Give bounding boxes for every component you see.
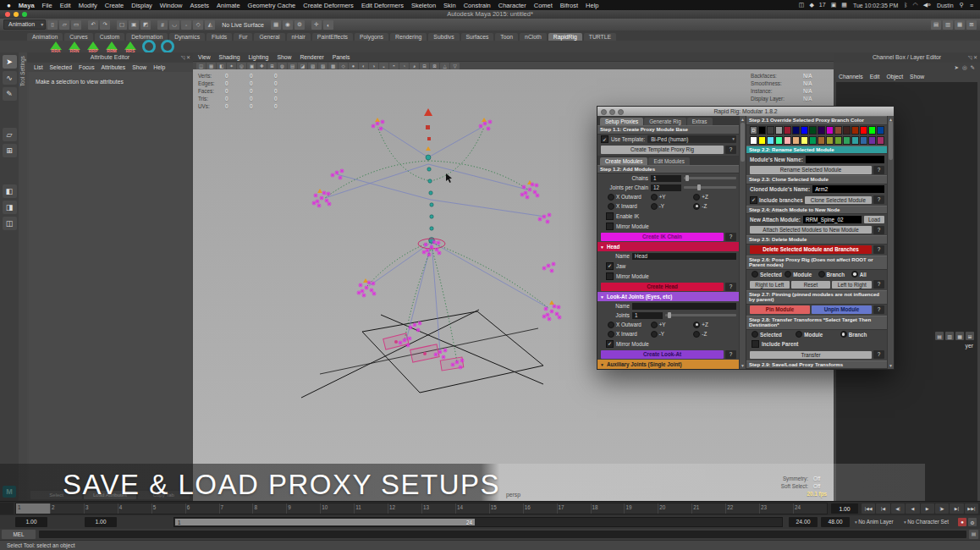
channel-box-menu[interactable]: Edit <box>870 74 880 80</box>
pose-button[interactable]: Right to Left <box>750 281 790 289</box>
exposure-icon[interactable]: ▽ <box>450 63 460 69</box>
time-slider[interactable]: 1 23456789101112131415161718192021222324… <box>0 501 980 515</box>
timeline-frame-tick[interactable]: 16 <box>523 503 557 514</box>
axis-radio[interactable] <box>693 322 700 328</box>
cloned-module-name-field[interactable]: Arm2 <box>812 185 884 193</box>
create-ik-chain-button[interactable]: Create IK Chain <box>601 233 724 241</box>
save-scene-icon[interactable]: ▭ <box>71 20 81 30</box>
make-live-icon[interactable]: ◭ <box>205 20 215 30</box>
channel-box-menu[interactable]: Channels <box>839 74 863 80</box>
axis-radio[interactable] <box>693 203 700 210</box>
bookmarks-icon[interactable]: ✦ <box>227 63 236 69</box>
go-to-start-button[interactable]: |◀◀ <box>862 503 875 514</box>
right-scrollbar[interactable]: ▲▼ <box>887 116 894 369</box>
dropbox-icon[interactable]: ▦ <box>841 2 847 8</box>
select-items-icon[interactable]: ➤ <box>954 64 958 71</box>
shaded-icon[interactable]: ● <box>349 63 358 69</box>
shield-icon[interactable]: ▣ <box>831 2 837 8</box>
axis-radio[interactable] <box>608 203 614 210</box>
new-layer-selected-icon[interactable]: ▥ <box>945 332 954 340</box>
joints-per-chain-field[interactable]: 12 <box>651 184 681 191</box>
rapid-rig-shelf-button[interactable]: RRP <box>86 41 100 52</box>
spotlight-search-icon[interactable]: ⚲ <box>960 2 964 8</box>
menubar-item[interactable]: File <box>42 2 52 9</box>
enable-ik-checkbox[interactable] <box>606 212 614 220</box>
new-attach-module-field[interactable]: RRM_Spine_02 <box>803 216 862 223</box>
pose-scope-radio[interactable] <box>785 271 791 278</box>
panel-pin-icons[interactable]: ◹ ✕ <box>968 52 977 63</box>
lookat-name-field[interactable] <box>632 303 736 310</box>
color-swatch[interactable] <box>860 136 867 145</box>
color-swatch[interactable] <box>834 136 842 145</box>
attribute-editor-menu[interactable]: Selected <box>50 64 72 70</box>
depth-of-field-icon[interactable]: ⊟ <box>420 63 429 69</box>
redo-icon[interactable]: ↷ <box>100 20 110 30</box>
timeline-frame-tick[interactable]: 12 <box>388 503 421 514</box>
rapid-rig-window[interactable]: Rapid Rig: Modular 1.8.2 Setup ProxiesGe… <box>597 106 895 370</box>
color-swatch[interactable] <box>784 136 791 145</box>
viewport-menu[interactable]: Show <box>277 54 291 60</box>
step-forward-frame-button[interactable]: |▶ <box>935 503 949 514</box>
include-parent-checkbox[interactable] <box>752 340 759 348</box>
menubar-item[interactable]: Window <box>160 2 183 9</box>
color-swatch[interactable] <box>826 126 834 135</box>
template-dropdown[interactable]: Bi-Ped (human) <box>647 135 736 143</box>
color-swatch[interactable] <box>801 136 808 145</box>
timeline-frame-tick[interactable]: 21 <box>691 503 725 514</box>
color-swatch[interactable] <box>877 126 884 135</box>
select-object-icon[interactable]: ▣ <box>129 20 139 30</box>
new-layer-icon[interactable]: ▤ <box>935 332 944 340</box>
help-button[interactable]: ? <box>725 233 736 241</box>
four-pane-layout-button[interactable]: ⊞ <box>3 144 17 157</box>
delete-selected-module-button[interactable]: Delete Selected Module and Branches <box>750 245 872 254</box>
image-plane-icon[interactable]: ◎ <box>237 63 246 69</box>
play-backwards-button[interactable]: ◀ <box>906 503 919 514</box>
axis-radio[interactable] <box>608 331 614 338</box>
isolate-select-icon[interactable]: ⊠ <box>430 63 439 69</box>
snap-plane-icon[interactable]: ◇ <box>193 20 203 30</box>
shelf-tab[interactable]: Custom <box>95 33 124 41</box>
lookat-mirror-checkbox[interactable] <box>606 340 614 348</box>
paint-select-tool[interactable]: ✎ <box>3 87 17 101</box>
shelf-tab[interactable]: PaintEffects <box>312 33 353 41</box>
menubar-item[interactable]: Animate <box>217 2 240 9</box>
menubar-item[interactable]: Edit <box>60 2 71 9</box>
color-swatch[interactable] <box>843 136 851 145</box>
color-swatch[interactable] <box>809 136 817 145</box>
textured-icon[interactable]: ◐ <box>359 63 368 69</box>
attribute-editor-toggle-icon[interactable]: ▤ <box>931 20 941 30</box>
2d-pan-zoom-icon[interactable]: ▣ <box>247 63 256 69</box>
help-button[interactable]: ? <box>725 350 736 359</box>
menubar-item[interactable]: Comet <box>534 2 553 9</box>
color-swatch[interactable] <box>792 126 800 135</box>
character-set-dropdown[interactable]: No Character Set <box>904 517 949 527</box>
safe-action-icon[interactable]: ▧ <box>318 63 328 69</box>
head-name-field[interactable]: Head <box>632 253 736 260</box>
timeline-frame-tick[interactable]: 17 <box>557 503 591 514</box>
step-forward-key-button[interactable]: ▶| <box>950 503 963 514</box>
timeline-frame-tick[interactable]: 20 <box>658 503 691 514</box>
select-hierarchy-icon[interactable]: ▢ <box>117 20 127 30</box>
joints-per-chain-slider[interactable] <box>684 186 736 189</box>
volume-icon[interactable]: ◀» <box>923 2 931 8</box>
displays-icon[interactable]: ◫ <box>799 2 805 8</box>
shelf-tab[interactable]: Rendering <box>390 33 427 41</box>
lookat-section-header[interactable]: Look-At Joints (Eyes, etc) <box>597 292 740 301</box>
color-swatch[interactable] <box>809 126 817 135</box>
snap-grid-icon[interactable]: # <box>157 20 168 30</box>
load-attach-module-button[interactable]: Load <box>864 216 884 223</box>
axis-radio[interactable] <box>693 194 700 201</box>
timeline-frame-tick[interactable]: 15 <box>489 503 523 514</box>
lasso-select-tool[interactable]: ∿ <box>3 71 17 85</box>
viewport-menu[interactable]: Lighting <box>249 54 269 60</box>
snap-curve-icon[interactable]: ◡ <box>169 20 179 30</box>
shelf-tab[interactable]: General <box>254 33 284 41</box>
help-button[interactable]: ? <box>873 166 884 174</box>
shelf-tab[interactable]: RapidRig <box>548 33 582 41</box>
menubar-item[interactable]: Create <box>105 2 124 9</box>
tool-settings-toggle-icon[interactable]: ▥ <box>943 20 953 30</box>
rapid-rig-tab[interactable]: Extras <box>687 118 713 125</box>
chains-slider[interactable] <box>684 177 736 179</box>
resolution-gate-icon[interactable]: ▤ <box>288 63 297 69</box>
timeline-frame-tick[interactable]: 22 <box>725 503 759 514</box>
